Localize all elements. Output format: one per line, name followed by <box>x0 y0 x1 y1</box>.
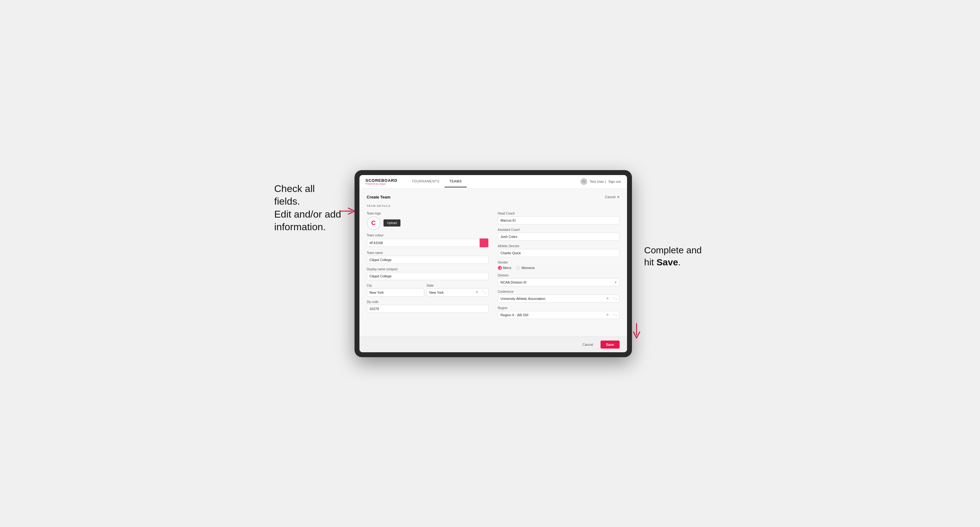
region-arrow-icon[interactable]: ⌃⌄ <box>611 313 619 316</box>
asst-coach-label: Assistant Coach <box>498 228 620 232</box>
conference-clear-button[interactable]: ✕ <box>604 297 611 300</box>
annotation-line1: Check all fields. <box>274 183 315 207</box>
section-label: TEAM DETAILS <box>367 204 620 207</box>
modal-footer: Cancel Save <box>360 337 627 352</box>
state-field: State ✕ ⌃⌄ <box>426 284 488 297</box>
city-field: City <box>367 284 424 297</box>
close-icon: ✕ <box>617 195 620 199</box>
user-label: Test User | <box>590 180 606 183</box>
gender-womens-label: Womens <box>521 266 535 270</box>
zipcode-field: Zip code <box>367 300 488 313</box>
right-annotation: Complete and hit Save. <box>644 170 706 268</box>
division-field: Division NCAA Division III ▼ <box>498 274 620 286</box>
logo-text: SCOREBOARD <box>366 178 398 183</box>
colour-text-input[interactable] <box>367 239 479 247</box>
state-input[interactable] <box>427 289 474 296</box>
right-column: Head Coach Assistant Coach Athletic Dire… <box>498 212 620 319</box>
division-select-wrapper: NCAA Division III ▼ <box>498 278 620 286</box>
conference-field: Conference ✕ ⌃⌄ <box>498 290 620 303</box>
annotation-right-line1: Complete and <box>644 245 702 255</box>
nav-bar: SCOREBOARD Powered by clippd TOURNAMENTS… <box>360 175 627 189</box>
modal-area: Create Team Cancel ✕ TEAM DETAILS Team <box>360 189 627 337</box>
team-name-label: Team name <box>367 251 488 254</box>
left-annotation: Check all fields. Edit and/or add inform… <box>274 170 342 233</box>
color-input-row <box>367 238 488 248</box>
modal-title: Create Team <box>367 195 391 199</box>
gender-womens-option[interactable]: Womens <box>516 266 535 270</box>
team-logo-field: Team logo C Upload <box>367 212 488 230</box>
zipcode-label: Zip code <box>367 300 488 303</box>
gender-label: Gender <box>498 261 620 264</box>
state-arrows-icon[interactable]: ⌃⌄ <box>480 291 488 294</box>
left-column: Team logo C Upload Team colo <box>367 212 488 319</box>
team-name-input[interactable] <box>367 256 488 264</box>
cancel-label: Cancel <box>605 195 615 199</box>
cancel-x-button[interactable]: Cancel ✕ <box>605 195 619 199</box>
gender-field: Gender Mens Womens <box>498 261 620 270</box>
division-select[interactable]: NCAA Division III <box>498 278 620 286</box>
signout-link[interactable]: Sign out <box>608 180 620 183</box>
state-label: State <box>426 284 488 287</box>
logo-circle: C <box>367 216 380 230</box>
avatar: TU <box>581 178 587 185</box>
arrow-left-icon <box>339 206 356 216</box>
conference-select-wrapper: ✕ ⌃⌄ <box>498 295 620 303</box>
nav-user-area: TU Test User | Sign out <box>581 178 621 185</box>
zipcode-input[interactable] <box>367 305 488 313</box>
gender-row: Mens Womens <box>498 266 620 270</box>
athletic-director-input[interactable] <box>498 249 620 257</box>
logo-subtext: Powered by clippd <box>366 183 398 185</box>
tablet-container: SCOREBOARD Powered by clippd TOURNAMENTS… <box>355 170 632 357</box>
team-colour-label: Team colour <box>367 233 488 237</box>
tab-tournaments[interactable]: TOURNAMENTS <box>407 176 444 187</box>
annotation-line3: information. <box>274 221 326 232</box>
city-state-field: City State ✕ ⌃⌄ <box>367 284 488 297</box>
region-field: Region ✕ ⌃⌄ <box>498 306 620 319</box>
division-label: Division <box>498 274 620 277</box>
city-input[interactable] <box>367 289 424 297</box>
conference-label: Conference <box>498 290 620 294</box>
arrow-right-icon <box>630 323 648 339</box>
nav-tabs: TOURNAMENTS TEAMS <box>407 176 580 187</box>
head-coach-input[interactable] <box>498 216 620 224</box>
save-button[interactable]: Save <box>600 341 620 349</box>
region-label: Region <box>498 306 620 310</box>
state-select-wrapper: ✕ ⌃⌄ <box>426 289 488 297</box>
city-label: City <box>367 284 424 287</box>
form-grid: Team logo C Upload Team colo <box>367 212 620 319</box>
modal-header: Create Team Cancel ✕ <box>367 195 620 199</box>
annotation-line2: Edit and/or add <box>274 209 341 220</box>
team-name-field: Team name <box>367 251 488 264</box>
head-coach-label: Head Coach <box>498 212 620 215</box>
conference-input[interactable] <box>498 295 604 302</box>
radio-mens-dot <box>498 266 502 270</box>
logo-letter: C <box>371 219 375 227</box>
footer-cancel-button[interactable]: Cancel <box>579 341 597 348</box>
head-coach-field: Head Coach <box>498 212 620 224</box>
asst-coach-input[interactable] <box>498 233 620 241</box>
display-name-label: Display name (unique) <box>367 268 488 271</box>
city-state-row: City State ✕ ⌃⌄ <box>367 284 488 297</box>
state-clear-button[interactable]: ✕ <box>474 290 480 294</box>
logo-upload-area: C Upload <box>367 216 488 230</box>
app-logo: SCOREBOARD Powered by clippd <box>366 178 398 185</box>
colour-swatch[interactable] <box>479 238 488 248</box>
upload-button[interactable]: Upload <box>383 219 401 227</box>
athletic-director-label: Athletic Director <box>498 244 620 248</box>
team-logo-label: Team logo <box>367 212 488 215</box>
region-select-wrapper: ✕ ⌃⌄ <box>498 311 620 319</box>
tab-teams[interactable]: TEAMS <box>444 176 467 187</box>
gender-mens-option[interactable]: Mens <box>498 266 511 270</box>
annotation-right-line2: hit Save. <box>644 257 681 267</box>
asst-coach-field: Assistant Coach <box>498 228 620 241</box>
athletic-director-field: Athletic Director <box>498 244 620 257</box>
tablet-screen: SCOREBOARD Powered by clippd TOURNAMENTS… <box>360 175 627 352</box>
tablet-frame: SCOREBOARD Powered by clippd TOURNAMENTS… <box>355 170 632 357</box>
conference-arrow-icon[interactable]: ⌃⌄ <box>611 297 619 300</box>
radio-womens-dot <box>516 266 520 270</box>
region-input[interactable] <box>498 311 604 319</box>
display-name-input[interactable] <box>367 272 488 280</box>
region-clear-button[interactable]: ✕ <box>604 313 611 317</box>
team-colour-field: Team colour <box>367 233 488 248</box>
gender-mens-label: Mens <box>503 266 511 270</box>
